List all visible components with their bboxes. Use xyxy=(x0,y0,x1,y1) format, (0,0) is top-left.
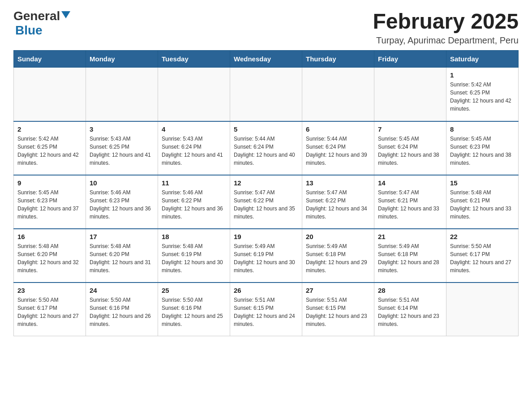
day-number: 18 xyxy=(162,233,226,240)
day-info: Sunrise: 5:46 AM Sunset: 6:23 PM Dayligh… xyxy=(90,188,154,221)
day-info: Sunrise: 5:48 AM Sunset: 6:19 PM Dayligh… xyxy=(162,242,226,274)
calendar-cell: 7Sunrise: 5:45 AM Sunset: 6:24 PM Daylig… xyxy=(374,121,446,175)
calendar-cell: 16Sunrise: 5:48 AM Sunset: 6:20 PM Dayli… xyxy=(14,229,86,283)
day-number: 2 xyxy=(17,125,82,133)
calendar-cell: 18Sunrise: 5:48 AM Sunset: 6:19 PM Dayli… xyxy=(158,229,230,283)
day-number: 1 xyxy=(450,71,515,79)
day-number: 25 xyxy=(162,287,226,294)
calendar-cell xyxy=(86,68,158,121)
day-number: 27 xyxy=(306,287,370,294)
day-number: 4 xyxy=(162,125,226,133)
day-info: Sunrise: 5:47 AM Sunset: 6:22 PM Dayligh… xyxy=(306,188,370,221)
title-section: February 2025 Turpay, Apurimac Departmen… xyxy=(373,9,519,46)
day-info: Sunrise: 5:50 AM Sunset: 6:16 PM Dayligh… xyxy=(162,296,226,328)
day-info: Sunrise: 5:45 AM Sunset: 6:23 PM Dayligh… xyxy=(17,188,82,221)
calendar-cell: 4Sunrise: 5:43 AM Sunset: 6:24 PM Daylig… xyxy=(158,121,230,175)
page-header: General Blue February 2025 Turpay, Apuri… xyxy=(13,9,519,46)
calendar-cell: 11Sunrise: 5:46 AM Sunset: 6:22 PM Dayli… xyxy=(158,175,230,229)
calendar-header-wednesday: Wednesday xyxy=(230,51,302,68)
calendar-header-tuesday: Tuesday xyxy=(158,51,230,68)
day-info: Sunrise: 5:50 AM Sunset: 6:17 PM Dayligh… xyxy=(17,296,82,328)
day-number: 12 xyxy=(234,179,298,187)
calendar-cell: 14Sunrise: 5:47 AM Sunset: 6:21 PM Dayli… xyxy=(374,175,446,229)
day-info: Sunrise: 5:49 AM Sunset: 6:18 PM Dayligh… xyxy=(306,242,370,274)
day-info: Sunrise: 5:43 AM Sunset: 6:25 PM Dayligh… xyxy=(90,135,154,167)
day-info: Sunrise: 5:44 AM Sunset: 6:24 PM Dayligh… xyxy=(234,135,298,167)
calendar-header-saturday: Saturday xyxy=(446,51,519,68)
day-number: 24 xyxy=(90,287,154,294)
calendar-week-row: 2Sunrise: 5:42 AM Sunset: 6:25 PM Daylig… xyxy=(14,121,519,175)
calendar-header-sunday: Sunday xyxy=(14,51,86,68)
logo-blue-text: Blue xyxy=(15,23,43,37)
calendar-cell: 22Sunrise: 5:50 AM Sunset: 6:17 PM Dayli… xyxy=(446,229,519,283)
calendar-cell xyxy=(302,68,374,121)
day-number: 28 xyxy=(378,287,442,294)
calendar-cell: 2Sunrise: 5:42 AM Sunset: 6:25 PM Daylig… xyxy=(14,121,86,175)
day-number: 26 xyxy=(234,287,298,294)
calendar-cell xyxy=(14,68,86,121)
calendar-week-row: 9Sunrise: 5:45 AM Sunset: 6:23 PM Daylig… xyxy=(14,175,519,229)
day-info: Sunrise: 5:47 AM Sunset: 6:21 PM Dayligh… xyxy=(378,188,442,221)
calendar-header-row: SundayMondayTuesdayWednesdayThursdayFrid… xyxy=(14,51,519,68)
calendar-header-monday: Monday xyxy=(86,51,158,68)
calendar-cell xyxy=(374,68,446,121)
logo: General Blue xyxy=(13,9,72,38)
day-info: Sunrise: 5:51 AM Sunset: 6:15 PM Dayligh… xyxy=(306,296,370,328)
calendar-cell xyxy=(158,68,230,121)
calendar-week-row: 1Sunrise: 5:42 AM Sunset: 6:25 PM Daylig… xyxy=(14,68,519,121)
day-info: Sunrise: 5:48 AM Sunset: 6:20 PM Dayligh… xyxy=(90,242,154,274)
calendar-cell: 6Sunrise: 5:44 AM Sunset: 6:24 PM Daylig… xyxy=(302,121,374,175)
logo-general-text: General xyxy=(13,9,60,23)
calendar-cell: 5Sunrise: 5:44 AM Sunset: 6:24 PM Daylig… xyxy=(230,121,302,175)
day-info: Sunrise: 5:51 AM Sunset: 6:14 PM Dayligh… xyxy=(378,296,442,328)
day-number: 15 xyxy=(450,179,515,187)
calendar-week-row: 23Sunrise: 5:50 AM Sunset: 6:17 PM Dayli… xyxy=(14,283,519,336)
day-info: Sunrise: 5:49 AM Sunset: 6:19 PM Dayligh… xyxy=(234,242,298,274)
calendar-cell: 17Sunrise: 5:48 AM Sunset: 6:20 PM Dayli… xyxy=(86,229,158,283)
day-number: 20 xyxy=(306,233,370,240)
day-number: 17 xyxy=(90,233,154,240)
calendar-cell: 13Sunrise: 5:47 AM Sunset: 6:22 PM Dayli… xyxy=(302,175,374,229)
calendar-header-thursday: Thursday xyxy=(302,51,374,68)
day-number: 6 xyxy=(306,125,370,133)
day-info: Sunrise: 5:51 AM Sunset: 6:15 PM Dayligh… xyxy=(234,296,298,328)
calendar-cell: 3Sunrise: 5:43 AM Sunset: 6:25 PM Daylig… xyxy=(86,121,158,175)
calendar-cell: 28Sunrise: 5:51 AM Sunset: 6:14 PM Dayli… xyxy=(374,283,446,336)
logo-triangle-icon xyxy=(61,11,70,18)
day-number: 7 xyxy=(378,125,442,133)
day-info: Sunrise: 5:44 AM Sunset: 6:24 PM Dayligh… xyxy=(306,135,370,167)
calendar-cell: 25Sunrise: 5:50 AM Sunset: 6:16 PM Dayli… xyxy=(158,283,230,336)
calendar-cell: 1Sunrise: 5:42 AM Sunset: 6:25 PM Daylig… xyxy=(446,68,519,121)
day-number: 13 xyxy=(306,179,370,187)
calendar-cell: 10Sunrise: 5:46 AM Sunset: 6:23 PM Dayli… xyxy=(86,175,158,229)
day-number: 5 xyxy=(234,125,298,133)
day-number: 9 xyxy=(17,179,82,187)
day-number: 23 xyxy=(17,287,82,294)
day-number: 16 xyxy=(17,233,82,240)
day-number: 11 xyxy=(162,179,226,187)
day-info: Sunrise: 5:45 AM Sunset: 6:23 PM Dayligh… xyxy=(450,135,515,167)
day-info: Sunrise: 5:50 AM Sunset: 6:16 PM Dayligh… xyxy=(90,296,154,328)
calendar-week-row: 16Sunrise: 5:48 AM Sunset: 6:20 PM Dayli… xyxy=(14,229,519,283)
day-info: Sunrise: 5:45 AM Sunset: 6:24 PM Dayligh… xyxy=(378,135,442,167)
day-number: 3 xyxy=(90,125,154,133)
day-info: Sunrise: 5:48 AM Sunset: 6:21 PM Dayligh… xyxy=(450,188,515,221)
day-number: 8 xyxy=(450,125,515,133)
calendar-cell: 21Sunrise: 5:49 AM Sunset: 6:18 PM Dayli… xyxy=(374,229,446,283)
calendar-cell: 15Sunrise: 5:48 AM Sunset: 6:21 PM Dayli… xyxy=(446,175,519,229)
day-number: 21 xyxy=(378,233,442,240)
calendar-cell: 9Sunrise: 5:45 AM Sunset: 6:23 PM Daylig… xyxy=(14,175,86,229)
day-info: Sunrise: 5:42 AM Sunset: 6:25 PM Dayligh… xyxy=(450,81,515,113)
day-info: Sunrise: 5:47 AM Sunset: 6:22 PM Dayligh… xyxy=(234,188,298,221)
day-number: 10 xyxy=(90,179,154,187)
calendar-cell: 26Sunrise: 5:51 AM Sunset: 6:15 PM Dayli… xyxy=(230,283,302,336)
calendar-cell: 23Sunrise: 5:50 AM Sunset: 6:17 PM Dayli… xyxy=(14,283,86,336)
calendar-cell: 24Sunrise: 5:50 AM Sunset: 6:16 PM Dayli… xyxy=(86,283,158,336)
day-number: 19 xyxy=(234,233,298,240)
calendar-table: SundayMondayTuesdayWednesdayThursdayFrid… xyxy=(13,50,519,336)
calendar-cell: 27Sunrise: 5:51 AM Sunset: 6:15 PM Dayli… xyxy=(302,283,374,336)
subtitle: Turpay, Apurimac Department, Peru xyxy=(373,35,519,46)
day-info: Sunrise: 5:46 AM Sunset: 6:22 PM Dayligh… xyxy=(162,188,226,221)
day-info: Sunrise: 5:49 AM Sunset: 6:18 PM Dayligh… xyxy=(378,242,442,274)
day-info: Sunrise: 5:43 AM Sunset: 6:24 PM Dayligh… xyxy=(162,135,226,167)
